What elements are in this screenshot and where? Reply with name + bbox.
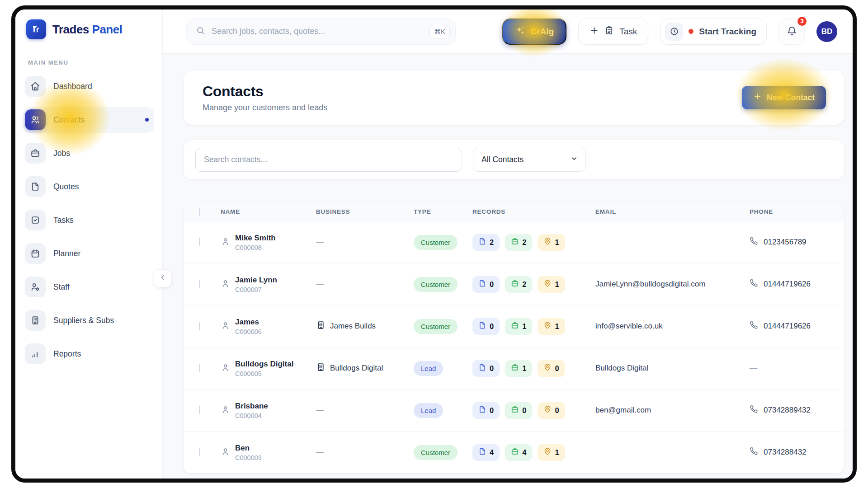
business-name: —	[316, 238, 324, 247]
type-badge: Lead	[414, 403, 443, 418]
chevron-left-icon	[159, 273, 167, 283]
sidebar-item-contacts[interactable]: Contacts	[24, 107, 154, 133]
file-icon	[25, 176, 46, 197]
check-square-icon	[25, 210, 46, 230]
contacts-filter-select[interactable]: All Contacts	[473, 148, 586, 172]
sites-count-pill: 0	[538, 360, 565, 377]
type-badge: Customer	[414, 277, 458, 292]
global-search[interactable]: ⌘K	[186, 19, 456, 45]
sidebar-item-staff[interactable]: Staff	[24, 274, 154, 300]
sidebar-item-label: Reports	[53, 349, 81, 359]
map-pin-icon	[543, 279, 552, 289]
person-icon	[221, 321, 230, 332]
row-checkbox[interactable]	[199, 280, 200, 288]
file-icon	[478, 405, 486, 415]
table-row[interactable]: Bulldogs Digital C000005 Bulldogs Digita…	[184, 347, 844, 389]
sidebar: Trades Panel MAIN MENU Dashboard Contact…	[15, 9, 163, 479]
sidebar-item-tasks[interactable]: Tasks	[24, 207, 154, 233]
person-icon	[221, 237, 230, 248]
sidebar-item-dashboard[interactable]: Dashboard	[24, 73, 154, 99]
building-icon	[25, 310, 46, 331]
sidebar-item-suppliers[interactable]: Suppliers & Subs	[24, 307, 154, 333]
sites-count-pill: 1	[538, 318, 565, 335]
person-icon	[221, 405, 230, 416]
row-checkbox[interactable]	[199, 448, 200, 456]
phone-icon	[750, 237, 758, 248]
table-row[interactable]: Ben C000003 — Customer 4 4 1 0734288432	[184, 432, 844, 474]
logo-link[interactable]: Trades Panel	[26, 19, 154, 39]
logo-icon	[26, 19, 46, 39]
sidebar-item-quotes[interactable]: Quotes	[24, 174, 154, 200]
select-all-checkbox[interactable]	[199, 207, 200, 216]
jobs-count-pill: 0	[505, 402, 532, 419]
contact-phone: 0734288432	[764, 448, 807, 457]
jobs-count-pill: 1	[505, 360, 532, 377]
start-tracking-button[interactable]: Start Tracking	[660, 19, 767, 45]
map-pin-icon	[543, 447, 552, 457]
table-row[interactable]: Mike Smith C000008 — Customer 2 2 1 0123…	[184, 221, 844, 263]
quotes-count-pill: 0	[472, 276, 500, 293]
contact-name: Brisbane	[235, 402, 268, 411]
notification-count-badge: 3	[796, 15, 808, 27]
row-checkbox[interactable]	[199, 364, 200, 372]
contact-name: Bulldogs Digital	[235, 360, 293, 369]
contacts-table: NAME BUSINESS TYPE RECORDS EMAIL PHONE M…	[183, 202, 844, 474]
contacts-search-input[interactable]	[195, 148, 462, 172]
map-pin-icon	[543, 237, 552, 247]
table-row[interactable]: Brisbane C000004 — Lead 0 0 0 ben@gmail.…	[184, 389, 844, 432]
sidebar-item-reports[interactable]: Reports	[24, 341, 154, 367]
file-icon	[478, 237, 486, 247]
phone-icon	[750, 321, 758, 332]
briefcase-icon	[511, 447, 519, 457]
new-contact-button[interactable]: New Contact	[742, 86, 826, 109]
table-body: Mike Smith C000008 — Customer 2 2 1 0123…	[184, 221, 844, 474]
briefcase-icon	[511, 321, 519, 331]
file-icon	[478, 321, 486, 331]
craig-ai-button[interactable]: CrAIg	[502, 19, 566, 45]
global-search-input[interactable]	[212, 27, 423, 36]
person-icon	[221, 279, 230, 290]
contact-phone: 01444719626	[764, 280, 811, 289]
person-icon	[221, 447, 230, 458]
contact-name: Mike Smith	[235, 234, 276, 243]
briefcase-icon	[25, 143, 46, 164]
main-content: Contacts Manage your customers and leads…	[163, 54, 853, 479]
home-icon	[25, 76, 46, 97]
type-badge: Customer	[414, 235, 458, 250]
sparkles-icon	[515, 25, 525, 38]
column-header-name: NAME	[221, 208, 316, 215]
contact-name: Ben	[235, 444, 262, 453]
new-task-button[interactable]: Task	[578, 19, 648, 45]
type-badge: Lead	[414, 361, 443, 376]
map-pin-icon	[543, 405, 552, 415]
row-checkbox[interactable]	[199, 238, 200, 246]
briefcase-icon	[511, 237, 519, 247]
column-header-email: EMAIL	[595, 208, 750, 215]
quotes-count-pill: 2	[472, 234, 500, 251]
sidebar-collapse-button[interactable]	[154, 269, 172, 287]
tracking-status-dot	[689, 29, 693, 34]
sidebar-item-planner[interactable]: Planner	[24, 240, 154, 267]
jobs-count-pill: 1	[505, 318, 532, 335]
user-avatar[interactable]: BD	[816, 21, 837, 42]
map-pin-icon	[543, 321, 552, 331]
sidebar-item-label: Suppliers & Subs	[53, 316, 114, 325]
contact-phone: 0123456789	[764, 238, 807, 247]
column-header-type: TYPE	[414, 208, 472, 215]
contact-email: Bulldogs Digital	[595, 364, 750, 373]
users-icon	[25, 109, 46, 130]
keyboard-shortcut-chip: ⌘K	[429, 25, 450, 38]
row-checkbox[interactable]	[199, 406, 200, 414]
contact-email: ben@gmail.com	[595, 406, 750, 415]
quotes-count-pill: 0	[472, 360, 500, 377]
sidebar-item-jobs[interactable]: Jobs	[24, 140, 154, 166]
sidebar-item-label: Tasks	[53, 216, 74, 225]
clock-icon	[665, 23, 683, 41]
file-icon	[478, 447, 486, 457]
table-row[interactable]: James C000006 James Builds Customer 0 1 …	[184, 305, 844, 347]
table-row[interactable]: Jamie Lynn C000007 — Customer 0 2 1 Jami…	[184, 263, 844, 305]
contact-name: Jamie Lynn	[235, 276, 277, 285]
row-checkbox[interactable]	[199, 322, 200, 330]
notifications-button[interactable]: 3	[778, 19, 805, 45]
business-name: —	[316, 406, 324, 415]
